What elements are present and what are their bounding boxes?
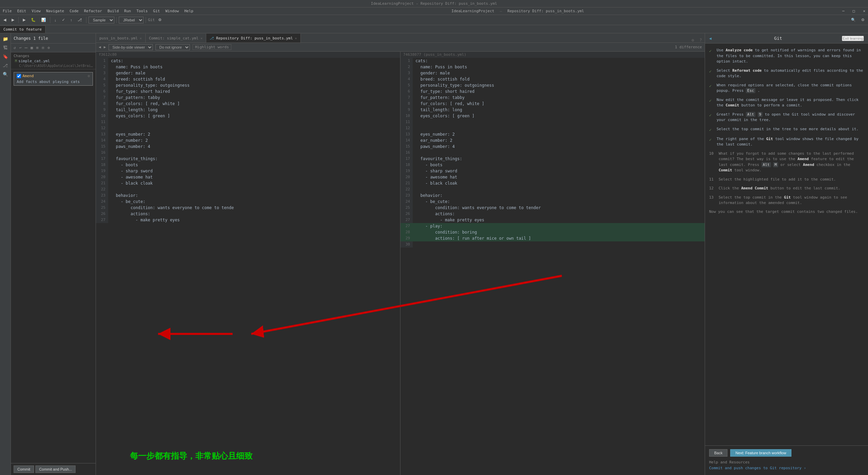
tab-commit-close[interactable]: ✕ [200,36,202,40]
changes-label: Changes [14,54,29,58]
check-icon-3: ✓ [709,83,714,89]
amend-checkbox[interactable] [17,74,21,78]
diff-line-12-left: 12 [96,125,400,131]
commit-button[interactable]: Commit [14,465,34,473]
diff-line-27-left: 27 - make pretty eyes [96,217,400,223]
step-text-12: Click the Amend Commit button to edit th… [719,186,864,191]
diff-panel-right[interactable]: 74638077 (puss_in_boots.yml) 1cats: 2 na… [400,52,705,475]
tab-help-icon[interactable]: ? [697,38,705,43]
window-minimize[interactable]: ─ [842,9,845,13]
diff-line-21-left: 21 - black cloak [96,180,400,186]
cp-group[interactable]: ▦ [29,45,34,51]
sample-dropdown[interactable]: Sample [88,17,114,23]
menu-help[interactable]: Help [184,9,194,13]
back-button[interactable]: ◀ [1,16,8,24]
tab-puss-close[interactable]: ✕ [140,36,142,40]
diff-line-4-right: 4 breed: scottish fold [400,76,705,82]
amend-region: Amend ⚙ Add facts about playing cats [11,69,96,88]
window-maximize[interactable]: □ [853,9,855,13]
git-branches[interactable]: ⎇ [76,16,84,24]
diff-line-23-right: 23 behavior: [400,192,705,199]
sidebar-bookmarks-icon[interactable]: 🔖 [1,52,10,61]
help-link[interactable]: Commit and push changes to Git repositor… [709,466,806,470]
tab-diff-close[interactable]: ✕ [295,36,297,40]
title-bar: IdeaLearningProject - Repository Diff: p… [0,0,868,7]
profile-button[interactable]: 📊 [39,16,48,24]
sidebar-project-icon[interactable]: 📁 [1,35,10,43]
diff-line-9-right: 9 tail_length: long [400,107,705,113]
diff-line-11-left: 11 [96,119,400,125]
git-step-11: 11 Select the highlighted file to add it… [709,177,864,183]
search-everywhere[interactable]: 🔍 [849,16,858,24]
tab-repo-diff[interactable]: ⎇ Repository Diff: puss_in_boots.yml ✕ [206,34,300,43]
diff-line-16-right: 16 [400,150,705,156]
cp-collapse[interactable]: ⊟ [40,45,46,51]
cp-refresh[interactable]: ↺ [12,45,17,51]
window-close[interactable]: ✕ [863,9,865,13]
tab-settings-icon[interactable]: ⚙ [689,38,697,43]
menu-build[interactable]: Build [108,9,119,13]
diff-line-10-left: 10 eyes_colors: [ green ] [96,113,400,119]
exit-learning-button[interactable]: Exit learning [842,36,864,41]
settings-button[interactable]: ⚙ [859,16,867,24]
menu-tools[interactable]: Tools [136,9,148,13]
cp-settings[interactable]: ⚙ [46,45,51,51]
tab-puss-yml[interactable]: puss_in_boots.yml ✕ [96,34,146,43]
amend-settings[interactable]: ⚙ [87,74,90,78]
diff-line-9-left: 9 tail_length: long [96,107,400,113]
menu-code[interactable]: Code [69,9,79,13]
diff-line-18-right: 18 - boots [400,162,705,168]
diff-line-27-right: 27 - make pretty eyes [400,217,705,223]
commit-push-button[interactable]: Commit and Push... [35,465,76,473]
git-step-10: 10 What if you forgot to add some change… [709,151,864,173]
git-push[interactable]: ↑ [68,16,75,24]
tab-commit-simple[interactable]: Commit: simple_cat.yml ✕ [146,34,207,43]
left-hash-header: f3612c80 [96,52,400,58]
forward-button[interactable]: ▶ [10,16,16,24]
sidebar-find-icon[interactable]: 🔍 [1,70,10,78]
debug-button[interactable]: 🐛 [29,16,38,24]
git-panel-icon: ◀ [709,36,711,41]
project-tab-commit[interactable]: Commit to feature [0,26,46,33]
git-back-button[interactable]: Back [709,449,727,457]
highlight-words-btn[interactable]: Highlight words [193,44,231,50]
ignore-dropdown[interactable]: Do not ignore [155,44,190,50]
cp-rollback[interactable]: ↩ [18,45,23,51]
cp-diff[interactable]: ⟷ [23,45,29,51]
diff-line-13-left: 13 eyes_number: 2 [96,131,400,137]
side-by-side-dropdown[interactable]: Side-by-side viewer Unified viewer [109,44,153,50]
tab-diff-icon: ⎇ [210,36,214,40]
menu-view[interactable]: View [32,9,41,13]
step-text-10: What if you forgot to add some changes t… [719,151,864,173]
diff-line-8-left: 8 fur_colors: [ red, white ] [96,101,400,107]
git-commit[interactable]: ✓ [60,16,67,24]
diff-line-21-right: 21 - black cloak [400,180,705,186]
menu-git[interactable]: Git [153,9,160,13]
diff-line-27b-right: 27 - play: [400,223,705,229]
menu-refactor[interactable]: Refactor [84,9,102,13]
cp-expand[interactable]: ⊞ [35,45,40,51]
jrebel-dropdown[interactable]: JRebel [119,17,144,23]
changes-file-item[interactable]: M simple_cat.yml [14,58,93,64]
prev-diff-btn[interactable]: ◀ [99,45,101,49]
diff-line-8-right: 8 fur_colors: [ red, white ] [400,101,705,107]
check-icon-6: ✓ [709,127,714,133]
diff-line-14-left: 14 ear_number: 2 [96,137,400,143]
menu-run[interactable]: Run [124,9,131,13]
diff-line-24-right: 24 - be_cute: [400,199,705,205]
menu-window[interactable]: Window [165,9,179,13]
git-next-button[interactable]: Next: Feature branch workflow [730,449,791,457]
next-diff-btn[interactable]: ▶ [104,45,106,49]
git-update[interactable]: ↓ [52,16,59,24]
diff-line-26-right: 26 actions: [400,211,705,217]
menu-edit[interactable]: Edit [17,9,27,13]
menu-file[interactable]: File [3,9,12,13]
step-text-11: Select the highlighted file to add it to… [719,177,864,183]
sidebar-structure-icon[interactable]: 🏗 [1,44,10,52]
sidebar-vcs-icon[interactable]: ⎇ [1,61,10,69]
commit-panel-spacer [11,88,96,463]
git-settings[interactable]: ⚙ [156,16,164,24]
diff-panel-left[interactable]: f3612c80 1cats: 2 name: Puss in boots 3 … [96,52,400,475]
run-button[interactable]: ▶ [21,16,28,24]
menu-navigate[interactable]: Navigate [46,9,64,13]
